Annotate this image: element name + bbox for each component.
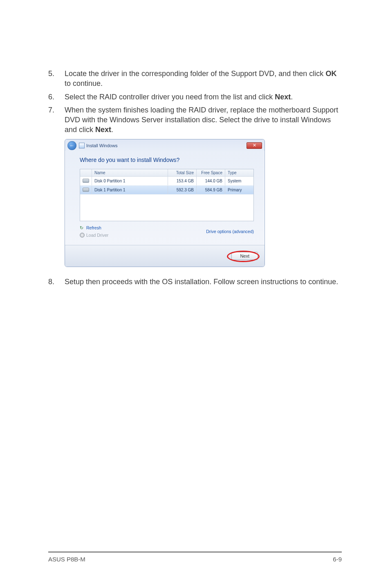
cd-icon [80, 233, 85, 238]
disk-icon [83, 179, 89, 183]
column-free-space[interactable]: Free Space [196, 169, 225, 176]
step-number: 6. [48, 92, 65, 102]
dialog-titlebar: ← Install Windows ✕ [65, 139, 264, 151]
page-footer: ASUS P8B-M 6-9 [48, 552, 342, 563]
refresh-link[interactable]: Refresh [80, 225, 108, 230]
step-number: 8. [48, 277, 65, 287]
column-total-size[interactable]: Total Size [168, 169, 196, 176]
step-6-text: Select the RAID controller driver you ne… [65, 92, 342, 102]
step-number: 5. [48, 69, 65, 89]
close-icon: ✕ [253, 143, 256, 148]
drive-options-link[interactable]: Drive options (advanced) [206, 225, 254, 238]
dialog-title: Install Windows [86, 143, 117, 148]
column-type[interactable]: Type [225, 169, 253, 176]
dialog-heading: Where do you want to install Windows? [80, 157, 254, 163]
partition-type: System [225, 177, 253, 185]
partition-free: 144.0 GB [196, 177, 225, 185]
window-icon [79, 143, 85, 148]
column-name[interactable]: Name [92, 169, 168, 176]
partition-list-header: Name Total Size Free Space Type [80, 169, 253, 177]
partition-name: Disk 0 Partition 1 [92, 177, 168, 185]
partition-row[interactable]: Disk 0 Partition 1 153.4 GB 144.0 GB Sys… [80, 177, 253, 186]
disk-icon [83, 188, 89, 192]
list-empty-area [80, 195, 253, 221]
partition-list: Name Total Size Free Space Type Disk 0 P… [80, 169, 254, 221]
footer-right: 6-9 [333, 556, 342, 563]
refresh-icon [80, 225, 85, 230]
partition-free: 584.9 GB [196, 186, 225, 194]
step-8-text: Setup then proceeds with the OS installa… [65, 277, 342, 287]
partition-row[interactable]: Disk 1 Partition 1 592.3 GB 584.9 GB Pri… [80, 186, 253, 195]
partition-total: 153.4 GB [168, 177, 196, 185]
partition-type: Primary [225, 186, 253, 194]
footer-left: ASUS P8B-M [48, 556, 85, 563]
step-7-text: When the system finishes loading the RAI… [65, 105, 342, 135]
arrow-left-icon: ← [69, 143, 74, 148]
load-driver-link[interactable]: Load Driver [80, 233, 108, 238]
close-button[interactable]: ✕ [247, 142, 262, 149]
back-button[interactable]: ← [67, 141, 76, 150]
dialog-footer: Next [65, 245, 264, 267]
partition-name: Disk 1 Partition 1 [92, 186, 168, 194]
install-windows-dialog: ← Install Windows ✕ Where do you want to… [65, 139, 265, 267]
step-number: 7. [48, 105, 65, 135]
next-button[interactable]: Next [231, 252, 258, 260]
step-5-text: Locate the driver in the corresponding f… [65, 69, 342, 89]
partition-total: 592.3 GB [168, 186, 196, 194]
